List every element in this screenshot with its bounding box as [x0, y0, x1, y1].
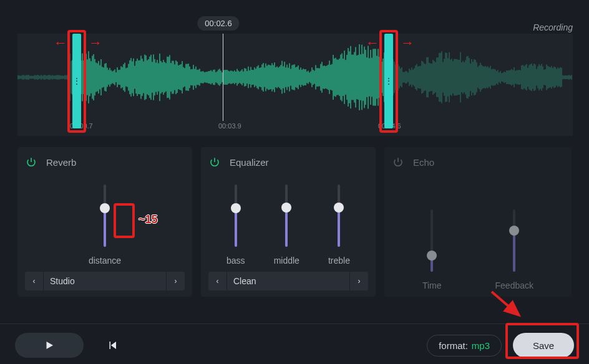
annotation-callout-distance: ~15 [139, 213, 158, 226]
preset-next-button[interactable]: › [349, 272, 368, 290]
slider-treble[interactable]: treble [328, 184, 350, 266]
preset-name[interactable]: Studio [44, 272, 166, 290]
skip-previous-icon [107, 340, 118, 351]
slider-label: middle [274, 256, 299, 266]
panel-title: Equalizer [230, 157, 269, 168]
panel-title: Reverb [46, 157, 76, 168]
effects-panels: Reverb distance ‹ Studio › Equalizer [17, 147, 573, 297]
panel-reverb: Reverb distance ‹ Studio › [17, 147, 192, 297]
bottom-bar: format: mp3 Save [0, 323, 589, 358]
format-selector[interactable]: format: mp3 [427, 335, 502, 357]
skip-to-start-button[interactable] [105, 338, 120, 353]
power-icon[interactable] [25, 156, 37, 168]
slider-middle[interactable]: middle [274, 184, 299, 266]
timestamp-pill: 00:02.6 [197, 16, 239, 31]
slider-bass[interactable]: bass [226, 184, 245, 266]
slider-label: distance [89, 256, 121, 266]
preset-prev-button[interactable]: ‹ [208, 272, 227, 290]
preset-name[interactable]: Clean [227, 272, 349, 290]
panel-equalizer: Equalizer bass middle treble ‹ Clean › [201, 147, 376, 297]
slider-time[interactable]: Time [422, 209, 442, 290]
preset-selector-equalizer: ‹ Clean › [208, 272, 368, 290]
recording-status: Recording [533, 22, 573, 32]
trim-handle-right[interactable] [384, 34, 393, 128]
trim-handle-left[interactable] [72, 34, 81, 128]
slider-label: treble [328, 256, 350, 266]
preset-prev-button[interactable]: ‹ [25, 272, 44, 290]
play-button[interactable] [15, 333, 84, 358]
slider-feedback[interactable]: Feedback [495, 209, 533, 290]
format-label: format: [439, 340, 468, 351]
slider-distance[interactable]: distance [89, 184, 121, 266]
slider-label: bass [226, 256, 245, 266]
play-icon [44, 340, 55, 351]
save-button[interactable]: Save [513, 333, 574, 358]
panel-echo: Echo Time Feedback [384, 147, 572, 297]
panel-title: Echo [413, 157, 434, 168]
slider-label: Feedback [495, 280, 533, 290]
waveform-area[interactable]: 00:00.7 00:03.9 00:04.6 [17, 34, 573, 136]
ruler-center-time: 00:03.9 [218, 122, 241, 130]
time-ruler: 00:00.7 00:03.9 00:04.6 [17, 121, 573, 136]
format-value: mp3 [472, 340, 490, 351]
preset-next-button[interactable]: › [166, 272, 185, 290]
slider-label: Time [422, 280, 442, 290]
power-icon[interactable] [392, 156, 404, 168]
waveform-svg [17, 34, 573, 121]
preset-selector-reverb: ‹ Studio › [25, 272, 185, 290]
playhead[interactable] [223, 34, 223, 121]
power-icon[interactable] [208, 156, 221, 168]
